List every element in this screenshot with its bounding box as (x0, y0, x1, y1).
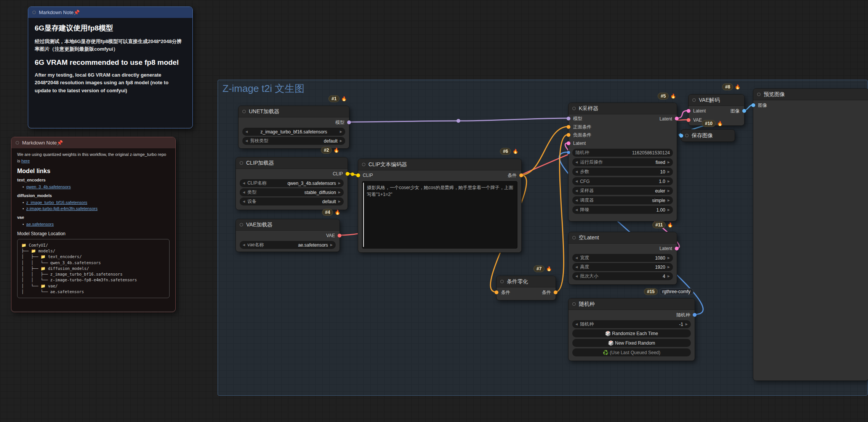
prev-arrow-icon[interactable]: ◀ (243, 243, 245, 247)
next-arrow-icon[interactable]: ▶ (668, 265, 670, 269)
model-link-qwen[interactable]: qwen_3_4b.safetensors (26, 185, 71, 189)
widget-unet-name[interactable]: ◀ z_image_turbo_bf16.safetensors ▶ (242, 128, 345, 136)
next-arrow-icon[interactable]: ▶ (668, 189, 670, 193)
widget-clip-name[interactable]: ◀ CLIP名称 qwen_3_4b.safetensors ▶ (240, 179, 344, 187)
next-arrow-icon[interactable]: ▶ (330, 243, 333, 247)
input-socket-negative[interactable] (567, 133, 570, 137)
group-title[interactable]: Z-image t2i 文生图 (223, 82, 304, 95)
node-vae-loader[interactable]: VAE加载器 VAE ◀ vae名称 ae.safetensors ▶ (235, 219, 340, 252)
output-socket-latent[interactable] (675, 247, 679, 250)
node-title-bar[interactable]: CLIP加载器 (236, 157, 348, 169)
collapse-dot-icon[interactable] (500, 280, 504, 283)
prev-arrow-icon[interactable]: ◀ (575, 160, 578, 164)
prev-arrow-icon[interactable]: ◀ (575, 170, 578, 173)
next-arrow-icon[interactable]: ▶ (340, 139, 342, 143)
node-canvas[interactable]: Z-image t2i 文生图 UNET加载器 模型 ◀ z_image_tur… (0, 0, 868, 422)
collapse-dot-icon[interactable] (572, 236, 576, 239)
note-model-links[interactable]: Markdown Note📌 We are using quantized we… (11, 137, 176, 312)
input-socket-clip[interactable] (356, 173, 360, 177)
input-socket-model[interactable] (567, 117, 570, 120)
node-clip-loader[interactable]: CLIP加载器 CLIP ◀ CLIP名称 qwen_3_4b.safetens… (235, 157, 348, 210)
note-title-bar[interactable]: Markdown Note📌 (28, 7, 192, 18)
next-arrow-icon[interactable]: ▶ (340, 130, 342, 133)
output-socket-seed[interactable] (693, 313, 697, 317)
next-arrow-icon[interactable]: ▶ (668, 199, 670, 202)
collapse-dot-icon[interactable] (572, 107, 576, 110)
prev-arrow-icon[interactable]: ◀ (245, 139, 248, 143)
widget-sampler[interactable]: ◀ 采样器 euler ▶ (572, 187, 673, 195)
prev-arrow-icon[interactable]: ◀ (243, 200, 245, 203)
node-empty-latent[interactable]: 空Latent Latent ◀ 宽度 1080 ▶ ◀ 高度 1920 ▶ ◀… (568, 232, 677, 285)
node-title-bar[interactable]: 随机种 (569, 298, 695, 310)
next-arrow-icon[interactable]: ▶ (668, 208, 670, 212)
new-fixed-random-button[interactable]: 🎲 New Fixed Random (572, 339, 691, 347)
model-link-bf16[interactable]: z_image_turbo_bf16.safetensors (26, 200, 87, 205)
output-socket-image[interactable] (742, 109, 746, 113)
prev-arrow-icon[interactable]: ◀ (243, 191, 245, 194)
next-arrow-icon[interactable]: ▶ (685, 323, 688, 326)
next-arrow-icon[interactable]: ▶ (668, 274, 670, 278)
randomize-each-time-button[interactable]: 🎲 Randomize Each Time (572, 329, 691, 337)
node-seed[interactable]: 随机种 随机种 ◀ 随机种 -1 ▶ 🎲 Randomize Each Time… (568, 298, 695, 361)
node-title-bar[interactable]: VAE解码 (689, 95, 744, 106)
node-save-image[interactable]: 保存图像 (681, 129, 735, 142)
collapse-dot-icon[interactable] (685, 134, 689, 137)
note-title-bar[interactable]: Markdown Note📌 (11, 137, 175, 148)
input-socket-seed[interactable] (567, 151, 570, 154)
node-ksampler[interactable]: K采样器 模型 Latent 正面条件 负面条件 Latent 随机种 1162… (568, 103, 677, 221)
prev-arrow-icon[interactable]: ◀ (575, 323, 578, 326)
output-socket-vae[interactable] (338, 234, 341, 237)
node-title-bar[interactable]: UNET加载器 (239, 106, 349, 117)
note-fp8-advice[interactable]: Markdown Note📌 6G显存建议使用fp8模型 经过我测试，本地6G显… (28, 6, 193, 128)
collapse-dot-icon[interactable] (240, 161, 243, 165)
model-link-ae[interactable]: ae.safetensors (26, 222, 54, 226)
node-unet-loader[interactable]: UNET加载器 模型 ◀ z_image_turbo_bf16.safetens… (238, 106, 349, 149)
input-socket-positive[interactable] (567, 125, 570, 129)
prev-arrow-icon[interactable]: ◀ (575, 189, 578, 193)
prev-arrow-icon[interactable]: ◀ (243, 181, 245, 185)
widget-control-after-generate[interactable]: ◀ 运行后操作 fixed ▶ (572, 158, 673, 166)
widget-steps[interactable]: ◀ 步数 10 ▶ (572, 168, 673, 176)
input-socket-image[interactable] (679, 134, 683, 138)
widget-height[interactable]: ◀ 高度 1920 ▶ (572, 263, 673, 271)
widget-batch-size[interactable]: ◀ 批次大小 4 ▶ (572, 272, 673, 280)
output-socket-model[interactable] (347, 120, 351, 124)
input-socket-vae[interactable] (687, 118, 690, 122)
node-title-bar[interactable]: VAE加载器 (236, 219, 340, 231)
node-title-bar[interactable]: K采样器 (569, 103, 677, 114)
collapse-dot-icon[interactable] (362, 163, 365, 166)
prev-arrow-icon[interactable]: ◀ (575, 208, 578, 212)
output-socket-latent[interactable] (675, 117, 679, 120)
model-link-fp8[interactable]: z-image-turbo-fp8-e4m3fn.safetensors (26, 206, 98, 211)
next-arrow-icon[interactable]: ▶ (338, 181, 341, 185)
repo-link[interactable]: here (21, 159, 30, 163)
collapse-dot-icon[interactable] (692, 98, 696, 102)
collapse-dot-icon[interactable] (32, 11, 36, 14)
input-socket-latent[interactable] (567, 141, 570, 145)
widget-width[interactable]: ◀ 宽度 1080 ▶ (572, 254, 673, 262)
use-last-queued-seed-button[interactable]: ♻️ (Use Last Queued Seed) (572, 348, 691, 356)
prev-arrow-icon[interactable]: ◀ (575, 274, 578, 278)
prompt-textarea[interactable]: 摄影风格，一个coser少女，她cos的是蕾姆，她手里拿着一个牌子，上面写着"1… (362, 181, 517, 249)
widget-vae-name[interactable]: ◀ vae名称 ae.safetensors ▶ (240, 241, 336, 249)
next-arrow-icon[interactable]: ▶ (668, 180, 670, 183)
input-socket-image[interactable] (751, 103, 755, 107)
next-arrow-icon[interactable]: ▶ (668, 170, 670, 173)
prev-arrow-icon[interactable]: ◀ (575, 180, 578, 183)
node-conditioning-zero-out[interactable]: 条件零化 条件 条件 (496, 276, 556, 300)
widget-prune-type[interactable]: ◀ 剪枝类型 default ▶ (242, 137, 345, 145)
next-arrow-icon[interactable]: ▶ (338, 200, 341, 203)
collapse-dot-icon[interactable] (757, 93, 761, 96)
prev-arrow-icon[interactable]: ◀ (245, 130, 248, 133)
widget-denoise[interactable]: ◀ 降噪 1.00 ▶ (572, 206, 673, 214)
next-arrow-icon[interactable]: ▶ (668, 256, 670, 260)
node-preview-image[interactable]: 预览图像 图像 (753, 88, 868, 381)
widget-device[interactable]: ◀ 设备 default ▶ (240, 197, 344, 205)
node-title-bar[interactable]: 条件零化 (496, 276, 556, 287)
node-title-bar[interactable]: CLIP文本编码器 (358, 159, 521, 170)
next-arrow-icon[interactable]: ▶ (338, 191, 341, 194)
collapse-dot-icon[interactable] (16, 141, 19, 144)
collapse-dot-icon[interactable] (240, 223, 243, 226)
node-title-bar[interactable]: 空Latent (569, 232, 677, 244)
collapse-dot-icon[interactable] (242, 110, 246, 113)
